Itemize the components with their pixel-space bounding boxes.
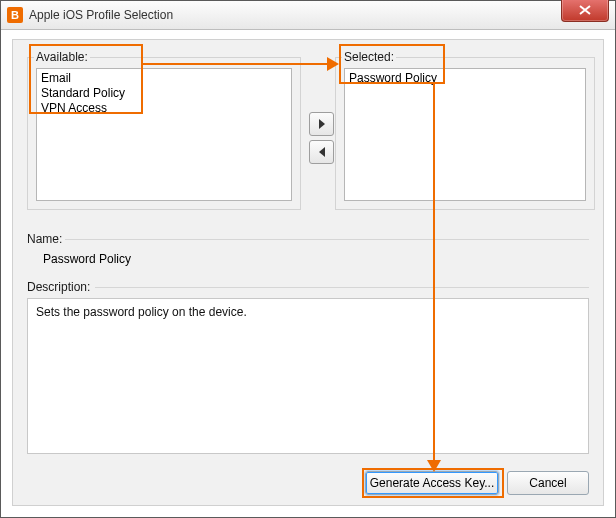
generate-label: Generate Access Key... <box>370 476 495 490</box>
description-box[interactable]: Sets the password policy on the device. <box>27 298 589 454</box>
available-item[interactable]: Standard Policy <box>41 86 287 101</box>
available-listbox[interactable]: EmailStandard PolicyVPN Access <box>36 68 292 201</box>
name-rule <box>65 239 589 240</box>
app-icon-letter: B <box>11 10 19 21</box>
description-rule <box>95 287 589 288</box>
name-label: Name: <box>27 232 62 246</box>
generate-access-key-button[interactable]: Generate Access Key... <box>365 471 499 495</box>
close-icon <box>579 5 591 15</box>
available-item[interactable]: VPN Access <box>41 101 287 116</box>
triangle-right-icon <box>318 119 326 129</box>
available-legend: Available: <box>34 50 90 64</box>
cancel-button[interactable]: Cancel <box>507 471 589 495</box>
triangle-left-icon <box>318 147 326 157</box>
close-button[interactable] <box>561 0 609 22</box>
dialog-window: B Apple iOS Profile Selection Available:… <box>0 0 616 518</box>
move-left-button[interactable] <box>309 140 334 164</box>
selected-legend: Selected: <box>342 50 396 64</box>
selected-item[interactable]: Password Policy <box>349 71 581 86</box>
titlebar: B Apple iOS Profile Selection <box>1 1 615 30</box>
app-icon: B <box>7 7 23 23</box>
dialog-body: Available: EmailStandard PolicyVPN Acces… <box>12 39 604 506</box>
move-right-button[interactable] <box>309 112 334 136</box>
available-fieldset: Available: EmailStandard PolicyVPN Acces… <box>27 50 301 210</box>
description-text: Sets the password policy on the device. <box>36 305 247 319</box>
available-item[interactable]: Email <box>41 71 287 86</box>
cancel-label: Cancel <box>529 476 566 490</box>
selected-listbox[interactable]: Password Policy <box>344 68 586 201</box>
description-label: Description: <box>27 280 90 294</box>
name-value: Password Policy <box>43 252 131 266</box>
selected-fieldset: Selected: Password Policy <box>335 50 595 210</box>
window-title: Apple iOS Profile Selection <box>29 8 173 22</box>
